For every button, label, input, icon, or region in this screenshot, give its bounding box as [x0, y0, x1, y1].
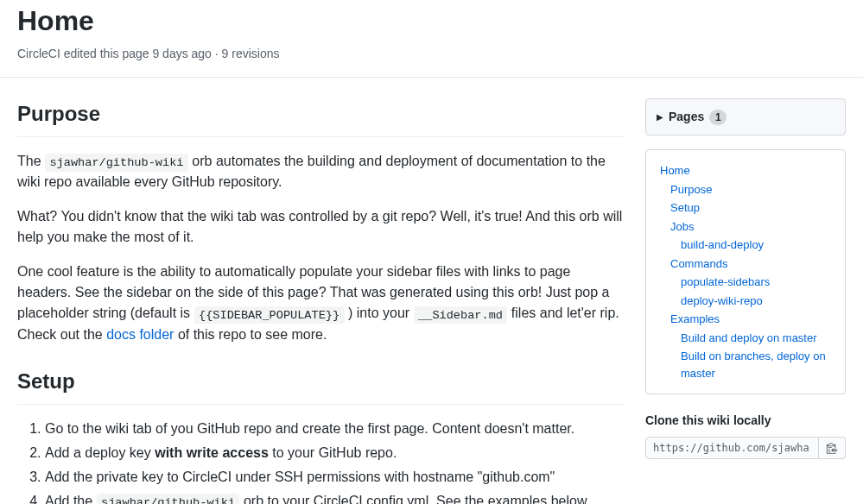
pages-label: Pages	[669, 108, 704, 126]
pages-count-badge: 1	[709, 110, 727, 125]
toc-box: Home Purpose Setup Jobs build-and-deploy…	[645, 149, 846, 394]
toc-jobs-link[interactable]: Jobs	[670, 220, 694, 233]
toc-home-link[interactable]: Home	[660, 164, 690, 177]
purpose-para-3: One cool feature is the ability to autom…	[17, 261, 625, 344]
toc-commands-link[interactable]: Commands	[670, 257, 727, 270]
setup-heading: Setup	[17, 366, 625, 405]
pages-toggle[interactable]: ▶ Pages 1	[645, 98, 846, 135]
triangle-right-icon: ▶	[657, 110, 663, 123]
toc-populate-sidebars-link[interactable]: populate-sidebars	[681, 275, 770, 288]
purpose-para-1: The sjawhar/github-wiki orb automates th…	[17, 151, 625, 192]
toc-deploy-wiki-link[interactable]: deploy-wiki-repo	[681, 294, 763, 307]
clipboard-icon	[826, 442, 838, 454]
purpose-para-2: What? You didn't know that the wiki tab …	[17, 206, 625, 248]
setup-step-1: Go to the wiki tab of you GitHub repo an…	[45, 419, 625, 439]
clone-heading: Clone this wiki locally	[645, 412, 846, 430]
toc-example-2-link[interactable]: Build on branches, deploy on master	[681, 350, 826, 380]
toc-example-1-link[interactable]: Build and deploy on master	[681, 331, 817, 344]
page-title: Home	[17, 0, 846, 41]
placeholder-code: {{SIDEBAR_POPULATE}}	[194, 306, 345, 324]
setup-steps: Go to the wiki tab of you GitHub repo an…	[17, 419, 625, 504]
orb-name-code: sjawhar/github-wiki	[45, 154, 188, 171]
sidebar-file-code: __Sidebar.md	[414, 306, 508, 324]
toc-setup-link[interactable]: Setup	[670, 201, 700, 214]
page-subtitle: CircleCI edited this page 9 days ago · 9…	[17, 45, 846, 63]
docs-folder-link[interactable]: docs folder	[106, 327, 174, 342]
main-content: Purpose The sjawhar/github-wiki orb auto…	[17, 98, 625, 504]
toc-examples-link[interactable]: Examples	[670, 312, 720, 325]
setup-step-4: Add the sjawhar/github-wiki orb to your …	[45, 491, 625, 504]
clone-url-input[interactable]	[645, 437, 819, 459]
setup-step-2: Add a deploy key with write access to yo…	[45, 443, 625, 463]
setup-step-3: Add the private key to CircleCI under SS…	[45, 467, 625, 488]
toc-purpose-link[interactable]: Purpose	[670, 183, 712, 196]
purpose-heading: Purpose	[17, 98, 625, 137]
orb-name-code-2: sjawhar/github-wiki	[97, 494, 240, 504]
copy-button[interactable]	[819, 437, 846, 459]
toc-build-deploy-link[interactable]: build-and-deploy	[681, 238, 764, 251]
sidebar: ▶ Pages 1 Home Purpose Setup Jobs build-…	[645, 98, 846, 504]
